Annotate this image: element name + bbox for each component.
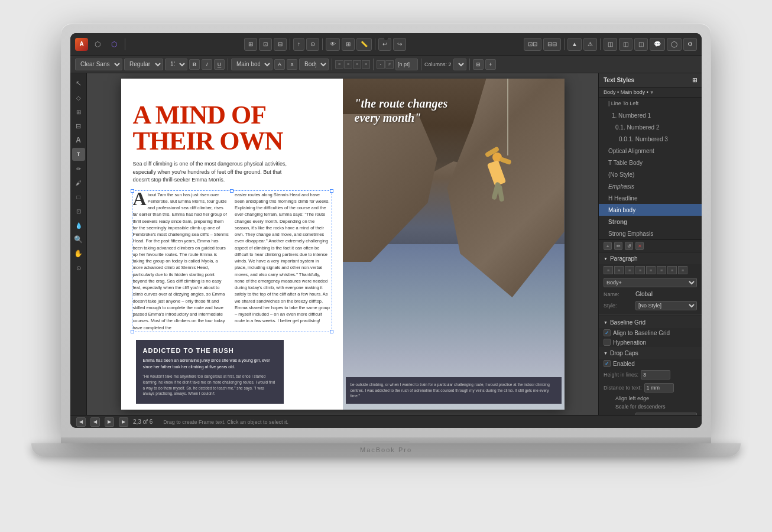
para-align-center[interactable]: ≡: [614, 266, 624, 274]
para-align-j3[interactable]: ≡: [657, 266, 666, 274]
drop-caps-checkbox[interactable]: [604, 360, 611, 367]
format-sep-5: [469, 59, 470, 70]
para-align-right[interactable]: ≡: [625, 266, 634, 274]
para-align-j5[interactable]: ≡: [678, 266, 687, 274]
tool-fill[interactable]: ⊟: [72, 119, 85, 132]
style-new-icon[interactable]: +: [604, 242, 612, 250]
font-style-select[interactable]: Regular: [124, 59, 163, 70]
style-edit-icon[interactable]: ✏: [614, 242, 622, 250]
text-style-select[interactable]: Main body: [231, 59, 273, 70]
tool-frame-text[interactable]: T: [72, 148, 85, 161]
toolbar-btn-pages[interactable]: ⊡: [259, 38, 272, 51]
para-align-j4[interactable]: ≡: [667, 266, 677, 274]
toolbar-btn-panel2[interactable]: ◫: [619, 38, 632, 51]
style-dropdown[interactable]: [No Style]: [635, 301, 697, 310]
para-align-justify[interactable]: ≡: [635, 266, 645, 274]
drop-caps-header[interactable]: ▼ Drop Caps: [599, 347, 702, 359]
tool-crop[interactable]: ⊞: [72, 105, 85, 118]
toolbar-btn-circle[interactable]: ◯: [667, 38, 682, 51]
toolbar-btn-redo[interactable]: ↪: [393, 38, 406, 51]
toolbar-btn-panel1[interactable]: ◫: [604, 38, 617, 51]
style-adjust-btn[interactable]: A: [274, 59, 285, 70]
align-right-btn[interactable]: ≡: [353, 60, 361, 69]
numbered-list-btn[interactable]: #: [385, 60, 394, 69]
tool-move[interactable]: ↖: [72, 77, 85, 90]
toolbar-btn-ruler[interactable]: 📏: [356, 38, 372, 51]
paragraph-section-header[interactable]: ▼ Paragraph: [599, 252, 702, 264]
nav-next-btn[interactable]: ▶: [119, 417, 128, 427]
style-char-btn[interactable]: a: [287, 59, 297, 70]
canvas-area[interactable]: A MIND OF THEIR OWN Sea cliff climbing i…: [87, 73, 598, 415]
style-table-body[interactable]: T Table Body: [599, 157, 702, 168]
nav-prev-btn[interactable]: ◀: [76, 417, 86, 427]
article-columns: A bout 7am the sun has just risen over P…: [133, 192, 331, 331]
toolbar-icon-2[interactable]: ⬡: [107, 37, 121, 51]
height-in-lines-input[interactable]: [641, 370, 670, 379]
toolbar-btn-share[interactable]: ⊡⊡: [524, 38, 541, 51]
toolbar-btn-eye[interactable]: 👁: [326, 38, 340, 51]
hyphenation-checkbox[interactable]: [604, 339, 611, 346]
style-strong-emphasis[interactable]: Strong Emphasis: [599, 228, 702, 239]
tool-zoom[interactable]: 🔍: [72, 233, 85, 246]
tool-pen[interactable]: ✏: [72, 162, 85, 175]
style-line-to-left[interactable]: | Line To Left: [599, 98, 702, 109]
body-plus-dropdown[interactable]: Body+: [604, 278, 697, 287]
tool-node[interactable]: ◇: [72, 91, 85, 104]
tool-paint[interactable]: 🖌: [72, 176, 85, 189]
style-optical[interactable]: Optical Alignment: [599, 145, 702, 157]
bullet-list-btn[interactable]: •: [377, 60, 385, 69]
toolbar-btn-chat[interactable]: 💬: [650, 38, 665, 51]
toolbar-btn-triangle[interactable]: ▲: [567, 38, 582, 51]
style-strong[interactable]: Strong: [599, 216, 702, 228]
font-size-select[interactable]: 11 pt: [165, 59, 187, 70]
align-to-baseline-checkbox[interactable]: [604, 329, 611, 336]
toolbar-btn-link[interactable]: ⊟: [274, 38, 287, 51]
style-no-style[interactable]: (No Style): [599, 168, 702, 180]
bold-button[interactable]: B: [189, 59, 200, 70]
table-btn[interactable]: ⊞: [473, 59, 484, 70]
toolbar-btn-grid[interactable]: ⊞: [342, 38, 355, 51]
insert-btn[interactable]: +: [485, 59, 496, 70]
distance-input[interactable]: [644, 383, 674, 392]
style-headline[interactable]: H Headline: [599, 192, 702, 204]
style-delete-icon[interactable]: ✕: [635, 242, 644, 250]
tool-shape[interactable]: □: [72, 190, 85, 203]
nav-play-btn[interactable]: ▶: [105, 417, 114, 427]
tool-text[interactable]: A: [72, 134, 85, 147]
style-emphasis[interactable]: Emphasis: [599, 180, 702, 192]
style-sync-icon[interactable]: ↺: [625, 242, 633, 250]
tool-image[interactable]: ⊡: [72, 205, 85, 218]
toolbar-btn-pan[interactable]: ⊙: [306, 38, 319, 51]
toolbar-btn-up[interactable]: ↑: [293, 38, 304, 51]
underline-button[interactable]: U: [214, 59, 225, 70]
columns-container: A bout 7am the sun has just risen over P…: [133, 192, 331, 331]
body-plus-select[interactable]: Body+: [299, 59, 329, 70]
align-justify-btn[interactable]: ≡: [362, 60, 370, 69]
indent-size[interactable]: [n pt]: [395, 59, 418, 70]
panel-options-icon[interactable]: ⊞: [692, 77, 697, 83]
toolbar-btn-settings[interactable]: ⚙: [683, 38, 697, 51]
para-align-left[interactable]: ≡: [604, 266, 613, 274]
style-main-body[interactable]: Main body: [599, 204, 702, 216]
tool-misc[interactable]: ⊙: [72, 261, 85, 274]
toolbar-btn-view[interactable]: ⊞: [244, 38, 257, 51]
style-numbered-2[interactable]: 0.1. Numbered 2: [599, 121, 702, 133]
toolbar-btn-warning[interactable]: ⚠: [583, 38, 597, 51]
font-family-select[interactable]: Clear Sans: [75, 59, 122, 70]
toolbar-icon-1[interactable]: ⬡: [90, 37, 105, 51]
toolbar-btn-export[interactable]: ⊟⊟: [543, 38, 561, 51]
para-align-j2[interactable]: ≡: [646, 266, 656, 274]
toolbar-btn-panel3[interactable]: ◫: [634, 38, 648, 51]
tool-pan[interactable]: ✋: [72, 247, 85, 260]
laptop-base: MacBook Pro: [31, 443, 741, 456]
tool-eyedropper[interactable]: 💧: [72, 219, 85, 232]
align-center-btn[interactable]: ≡: [344, 60, 352, 69]
nav-start-btn[interactable]: ◀: [90, 417, 100, 427]
style-numbered-3[interactable]: 0.0.1. Numbered 3: [599, 133, 702, 145]
style-numbered-1[interactable]: 1. Numbered 1: [599, 109, 702, 121]
columns-count-select[interactable]: 2: [453, 59, 466, 70]
italic-button[interactable]: I: [202, 59, 212, 70]
affinity-logo-icon[interactable]: A: [75, 38, 88, 51]
align-left-btn[interactable]: ≡: [335, 60, 343, 69]
baseline-grid-header[interactable]: ▼ Baseline Grid: [599, 316, 702, 328]
